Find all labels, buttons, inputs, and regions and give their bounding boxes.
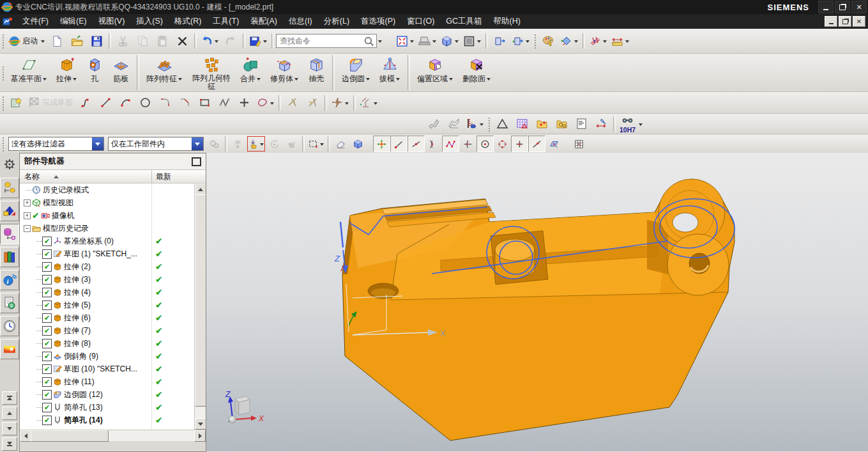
constraint-bolt-button[interactable] — [329, 93, 351, 113]
menu-装配A[interactable]: 装配(A) — [245, 14, 283, 29]
interpart-gears-button[interactable] — [206, 136, 223, 152]
shell-button[interactable]: 抽壳 — [303, 54, 330, 91]
minimize-button[interactable] — [818, 1, 834, 13]
parallel-perp-button[interactable] — [358, 93, 380, 113]
menu-文件F[interactable]: 文件(F) — [17, 14, 54, 29]
eraser-button[interactable] — [332, 136, 349, 152]
dropdown-caret-icon[interactable] — [639, 123, 643, 128]
scroll-down-button[interactable] — [195, 418, 206, 430]
dropdown-caret-icon[interactable] — [374, 102, 377, 107]
open-folder-button[interactable] — [67, 31, 87, 51]
render-style-button[interactable] — [416, 31, 439, 51]
visibility-checkbox[interactable]: ✔ — [42, 339, 52, 348]
dropdown-caret-icon[interactable] — [603, 40, 607, 45]
snap-handle-button[interactable] — [229, 136, 247, 152]
tree-row-csys[interactable]: ✔基准坐标系 (0)✔ — [20, 235, 185, 247]
marquee-button[interactable] — [307, 136, 326, 152]
toolbar-grip[interactable] — [1, 65, 4, 81]
finish-sketch-button[interactable]: 完成草图 — [26, 93, 76, 113]
visual-style-button[interactable] — [558, 31, 581, 51]
dropdown-caret-icon[interactable] — [480, 123, 483, 128]
midpoint-button[interactable] — [407, 136, 425, 152]
scroll-down-button[interactable] — [2, 422, 17, 435]
tree-row-sketch-small[interactable]: ✔草图 (10) "SKETCH...✔ — [20, 362, 185, 375]
datum-plane-button[interactable]: 基准平面 — [6, 54, 52, 91]
pattern-geometry-button[interactable]: 阵列几何特征 — [187, 54, 236, 91]
ellipse-shape-button[interactable] — [254, 93, 277, 113]
visibility-checkbox[interactable]: ✔ — [42, 275, 52, 284]
dropdown-caret-icon[interactable] — [41, 40, 45, 45]
grid-snap-button[interactable] — [570, 136, 588, 152]
tree-row-extrude-small[interactable]: ✔拉伸 (8)✔ — [20, 337, 185, 350]
dropdown-caret-icon[interactable] — [345, 102, 349, 107]
tree-row-blend-small[interactable]: ✔边倒圆 (12)✔ — [20, 388, 185, 401]
constraints-display-button[interactable] — [587, 31, 609, 51]
annotation-button[interactable] — [572, 114, 591, 134]
profile-button[interactable] — [76, 93, 96, 113]
edge-blend-button[interactable]: 边倒圆 — [337, 54, 375, 91]
chamfer2-button[interactable] — [175, 93, 195, 113]
redo-button[interactable] — [221, 31, 241, 51]
dropdown-caret-icon[interactable] — [477, 40, 481, 45]
tree-row-chamfer-small[interactable]: ✔倒斜角 (9)✔ — [20, 350, 185, 362]
pole-button[interactable] — [442, 136, 459, 152]
resource-tab-roles[interactable] — [0, 339, 19, 359]
scroll-left-button[interactable] — [20, 430, 31, 442]
delete-face-button[interactable]: 删除面 — [458, 54, 496, 91]
visibility-checkbox[interactable]: ✔ — [42, 313, 52, 323]
resource-tab-history-palette[interactable] — [0, 293, 19, 313]
visibility-checkbox[interactable]: ✔ — [42, 364, 52, 374]
scroll-top-button[interactable] — [2, 391, 17, 405]
tree-row-extrude-small[interactable]: ✔拉伸 (5)✔ — [20, 299, 185, 311]
tree-row-model-views[interactable]: +模型视图 — [20, 196, 185, 209]
enable-snaps-button[interactable] — [373, 136, 390, 152]
dropdown-caret-icon[interactable] — [410, 40, 414, 45]
quick-extend-button[interactable] — [303, 93, 323, 113]
visibility-checkbox[interactable]: ✔ — [42, 326, 52, 336]
rotate-point-button[interactable] — [266, 136, 283, 152]
menu-工具T[interactable]: 工具(T) — [207, 14, 245, 29]
circles-set-button[interactable] — [552, 114, 572, 134]
measure-distance-button[interactable] — [591, 114, 611, 134]
visibility-checkbox[interactable]: ✔ — [42, 237, 52, 246]
scroll-right-button[interactable] — [194, 430, 206, 442]
toolbar-grip[interactable] — [487, 116, 491, 132]
gear-icon[interactable] — [3, 157, 17, 171]
extrude-button[interactable]: 拉伸 — [52, 54, 82, 91]
dropdown-caret-icon[interactable] — [215, 40, 218, 45]
resource-tab-reuse-library[interactable] — [0, 247, 19, 267]
endpoint-button[interactable] — [390, 136, 407, 152]
menu-信息I[interactable]: 信息(I) — [283, 14, 318, 29]
scrollbar-thumb[interactable] — [195, 194, 206, 407]
face-reflect-button[interactable] — [444, 114, 464, 134]
edit-object-display-button[interactable] — [464, 114, 486, 134]
visibility-checkbox[interactable]: ✔ — [42, 377, 52, 387]
quick-trim-button[interactable] — [283, 93, 303, 113]
trim-body-button[interactable]: 修剪体 — [266, 54, 303, 91]
mdi-restore-button[interactable] — [839, 16, 851, 27]
cut-button[interactable] — [113, 31, 133, 51]
tree-row-extrude-small[interactable]: ✔拉伸 (6)✔ — [20, 311, 185, 324]
vertical-scrollbar[interactable] — [194, 183, 206, 430]
toolbar-grip[interactable] — [1, 33, 4, 49]
hole-button[interactable]: 孔 — [82, 54, 108, 91]
scroll-bottom-button[interactable] — [2, 437, 17, 451]
draft-analysis-button[interactable] — [492, 114, 512, 134]
resource-tab-assembly-navigator[interactable] — [0, 178, 19, 198]
rectangle-button[interactable] — [195, 93, 215, 113]
dropdown-caret-icon[interactable] — [73, 78, 77, 82]
float-panel-icon[interactable] — [192, 157, 201, 166]
point-on-surface-button[interactable] — [545, 136, 563, 152]
select-priority-button[interactable] — [247, 136, 266, 152]
dropdown-caret-icon[interactable] — [625, 40, 629, 45]
dropdown-caret-icon[interactable] — [270, 102, 274, 107]
new-window-button[interactable] — [510, 31, 532, 51]
undo-button[interactable] — [199, 31, 221, 51]
points-set-button[interactable] — [532, 114, 552, 134]
tree-row-folder-open[interactable]: −模型历史记录 — [20, 222, 185, 235]
binoculars-button[interactable]: 10H7 — [618, 114, 637, 134]
background-button[interactable] — [461, 31, 483, 51]
face-curvature-button[interactable] — [424, 114, 444, 134]
sketch-task-button[interactable] — [6, 93, 26, 113]
toolbar-grip[interactable] — [533, 33, 537, 49]
